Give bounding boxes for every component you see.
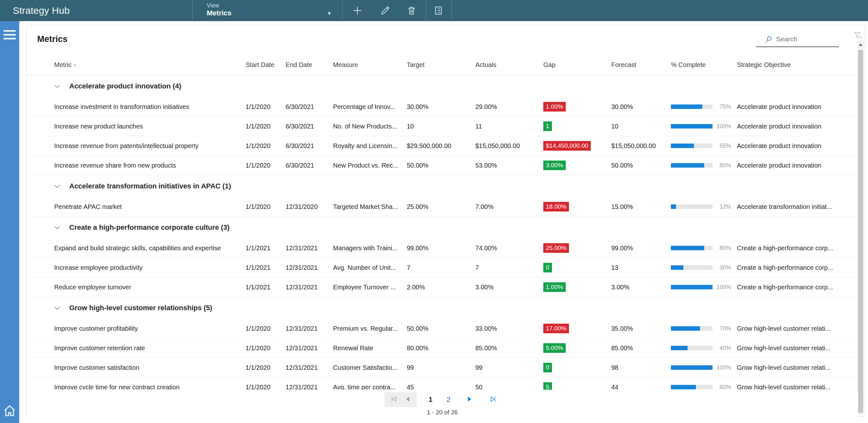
start-date-cell: 1/1/2020 bbox=[246, 123, 286, 130]
column-header-complete[interactable]: % Complete bbox=[671, 61, 737, 69]
add-button[interactable] bbox=[350, 0, 365, 21]
gap-cell: $14,450,000.00 bbox=[543, 141, 611, 151]
metric-cell: Increase new product launches bbox=[54, 123, 246, 130]
gap-cell: 25.00% bbox=[543, 243, 611, 253]
clear-filter-button[interactable] bbox=[853, 30, 863, 41]
collapse-chevron-icon[interactable] bbox=[54, 306, 60, 310]
progress-label: 60% bbox=[713, 384, 731, 390]
scrollbar-up-button[interactable] bbox=[858, 40, 864, 49]
details-view-button[interactable] bbox=[431, 0, 446, 21]
gap-badge: $14,450,000.00 bbox=[543, 141, 591, 151]
column-header-end-date[interactable]: End Date bbox=[286, 61, 333, 69]
column-header-forecast[interactable]: Forecast bbox=[611, 61, 671, 69]
progress-fill bbox=[671, 265, 683, 270]
column-header-measure[interactable]: Measure bbox=[333, 61, 407, 69]
actuals-cell: 7 bbox=[475, 264, 543, 271]
gap-badge: 5 bbox=[543, 382, 552, 390]
toolbar-divider bbox=[451, 0, 452, 21]
progress-bar bbox=[671, 385, 713, 389]
group-header-row[interactable]: Grow high-level customer relationships (… bbox=[27, 297, 858, 319]
actuals-cell: 29.00% bbox=[475, 103, 543, 110]
table-row[interactable]: Increase investment in transformation in… bbox=[27, 97, 858, 117]
page-number-2[interactable]: 2 bbox=[444, 395, 453, 404]
collapse-chevron-icon[interactable] bbox=[54, 85, 60, 88]
start-date-cell: 1/1/2020 bbox=[246, 325, 286, 332]
table-row[interactable]: Reduce employee turnover1/1/202112/31/20… bbox=[27, 278, 858, 297]
end-date-cell: 12/31/2021 bbox=[286, 345, 333, 352]
table-row[interactable]: Improve cycle time for new contract crea… bbox=[27, 378, 858, 390]
collapse-chevron-icon[interactable] bbox=[54, 185, 60, 188]
actuals-cell: $15,050,000.00 bbox=[475, 142, 543, 150]
group-header-row[interactable]: Accelerate product innovation (4) bbox=[27, 75, 858, 97]
page-number-1[interactable]: 1 bbox=[426, 395, 435, 404]
table-row[interactable]: Penetrate APAC market1/1/202012/31/2020T… bbox=[27, 197, 858, 217]
percent-complete-cell: 100% bbox=[671, 123, 737, 130]
forecast-cell: 3.00% bbox=[611, 284, 671, 291]
actuals-cell: 50 bbox=[475, 384, 543, 390]
menu-button[interactable] bbox=[3, 30, 16, 39]
table-row[interactable]: Increase employee productivity1/1/202112… bbox=[27, 258, 858, 278]
pagination-bar: 1 2 1 - 20 of 26 bbox=[27, 390, 858, 417]
percent-complete-cell: 80% bbox=[671, 162, 737, 169]
first-page-button[interactable] bbox=[386, 392, 401, 407]
column-header-gap[interactable]: Gap bbox=[543, 61, 611, 69]
metric-cell: Improve cycle time for new contract crea… bbox=[54, 384, 246, 390]
metric-cell: Reduce employee turnover bbox=[54, 284, 246, 291]
progress-fill bbox=[671, 124, 713, 129]
gap-cell: 1 bbox=[543, 122, 611, 131]
progress-label: 100% bbox=[713, 364, 731, 371]
progress-fill bbox=[671, 365, 713, 370]
table-row[interactable]: Improve customer profitability1/1/202012… bbox=[27, 319, 858, 338]
last-page-button[interactable] bbox=[486, 392, 500, 407]
next-page-button[interactable] bbox=[462, 392, 476, 407]
forecast-cell: 13 bbox=[611, 264, 671, 271]
start-date-cell: 1/1/2020 bbox=[246, 345, 286, 352]
column-header-strategic-objective[interactable]: Strategic Objective bbox=[737, 61, 858, 69]
start-date-cell: 1/1/2021 bbox=[246, 284, 286, 291]
edit-button[interactable] bbox=[378, 0, 393, 21]
toolbar-divider bbox=[192, 0, 193, 21]
vertical-scrollbar bbox=[858, 40, 864, 416]
home-button[interactable] bbox=[3, 404, 17, 418]
table-row[interactable]: Improve customer satisfaction1/1/202012/… bbox=[27, 358, 858, 378]
view-selector-dropdown[interactable]: View Metrics ▼ bbox=[207, 2, 335, 20]
percent-complete-cell: 12% bbox=[671, 203, 737, 210]
table-row[interactable]: Increase new product launches1/1/20206/3… bbox=[27, 117, 858, 136]
strategic-objective-cell: Accelerate product innovation bbox=[737, 162, 858, 169]
table-viewport: Accelerate product innovation (4)Increas… bbox=[27, 75, 858, 390]
collapse-chevron-icon[interactable] bbox=[54, 226, 60, 229]
progress-label: 100% bbox=[713, 123, 731, 130]
home-icon bbox=[3, 413, 17, 419]
target-cell: 50.00% bbox=[407, 325, 475, 332]
column-header-start-date[interactable]: Start Date bbox=[246, 61, 286, 69]
table-row[interactable]: Increase revenue from patents/intellectu… bbox=[27, 136, 858, 156]
percent-complete-cell: 40% bbox=[671, 345, 737, 352]
gap-badge: 3.00% bbox=[543, 161, 566, 170]
progress-label: 80% bbox=[713, 162, 731, 169]
column-header-actuals[interactable]: Actuals bbox=[475, 61, 543, 69]
table-row[interactable]: Expand and build strategic skills, capab… bbox=[27, 238, 858, 258]
measure-cell: No. of New Products... bbox=[333, 123, 407, 130]
end-date-cell: 12/31/2021 bbox=[286, 364, 333, 371]
progress-bar bbox=[671, 143, 713, 148]
gap-badge: 18.00% bbox=[543, 202, 569, 212]
scrollbar-thumb[interactable] bbox=[858, 50, 863, 413]
strategic-objective-cell: Accelerate product innovation bbox=[737, 142, 858, 150]
column-header-target[interactable]: Target bbox=[407, 61, 475, 69]
app-title: Strategy Hub bbox=[13, 5, 70, 16]
last-page-icon bbox=[489, 395, 497, 405]
group-header-row[interactable]: Accelerate transformation initiatives in… bbox=[27, 175, 858, 197]
strategic-objective-cell: Accelerate transformation initiat... bbox=[737, 203, 858, 210]
search-input[interactable] bbox=[756, 32, 839, 46]
column-header-metric[interactable]: Metric↑ bbox=[54, 61, 246, 69]
group-header-row[interactable]: Create a high-performance corporate cult… bbox=[27, 217, 858, 238]
table-row[interactable]: Improve customer retention rate1/1/20201… bbox=[27, 338, 858, 358]
actuals-cell: 33.00% bbox=[475, 325, 543, 332]
previous-page-button[interactable] bbox=[401, 392, 415, 407]
group-label: Accelerate transformation initiatives in… bbox=[69, 182, 231, 190]
percent-complete-cell: 75% bbox=[671, 103, 737, 110]
percent-complete-cell: 55% bbox=[671, 142, 737, 149]
delete-button[interactable] bbox=[404, 0, 419, 21]
table-row[interactable]: Increase revenue share from new products… bbox=[27, 156, 858, 175]
sort-ascending-icon: ↑ bbox=[73, 62, 76, 68]
